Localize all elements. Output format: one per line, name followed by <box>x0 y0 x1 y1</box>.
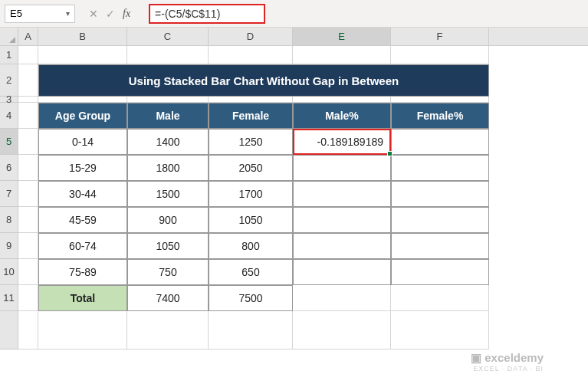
cell-malep[interactable] <box>293 259 391 285</box>
cell[interactable] <box>18 129 38 155</box>
name-box[interactable]: E5 ▾ <box>5 5 75 23</box>
cell-femalep[interactable] <box>391 155 489 181</box>
row-header-7[interactable]: 7 <box>0 181 18 207</box>
col-header-d[interactable]: D <box>209 28 293 46</box>
row-header-1[interactable]: 1 <box>0 46 18 64</box>
cell[interactable] <box>391 97 489 103</box>
cell[interactable] <box>391 285 489 311</box>
name-box-value: E5 <box>10 8 22 19</box>
cell[interactable] <box>18 233 38 259</box>
cell[interactable] <box>18 181 38 207</box>
row-header-2[interactable]: 2 <box>0 64 18 97</box>
cell-age[interactable]: 15-29 <box>38 155 127 181</box>
cell-femalep[interactable] <box>391 207 489 233</box>
cancel-icon[interactable]: ✕ <box>89 8 98 20</box>
cell[interactable] <box>18 46 38 64</box>
select-all-corner[interactable] <box>0 28 18 46</box>
cell[interactable] <box>293 285 391 311</box>
cell[interactable] <box>18 285 38 311</box>
cell-age[interactable]: 75-89 <box>38 259 127 285</box>
fill-handle[interactable] <box>387 151 393 156</box>
cell[interactable] <box>209 311 293 350</box>
cell-femalep[interactable] <box>391 181 489 207</box>
cell[interactable] <box>293 311 391 350</box>
total-label[interactable]: Total <box>38 285 127 311</box>
th-female[interactable]: Female <box>209 103 293 129</box>
row-header[interactable] <box>0 311 18 350</box>
cell-male[interactable]: 1400 <box>127 129 209 155</box>
col-header-b[interactable]: B <box>38 28 127 46</box>
confirm-icon[interactable]: ✓ <box>106 8 115 20</box>
col-header-e[interactable]: E <box>293 28 391 46</box>
cell-male[interactable]: 750 <box>127 259 209 285</box>
cell[interactable] <box>391 46 489 64</box>
cell-malep[interactable] <box>293 155 391 181</box>
cell[interactable] <box>127 311 209 350</box>
cell-age[interactable]: 60-74 <box>38 233 127 259</box>
chevron-down-icon: ▾ <box>66 9 70 18</box>
fx-icon[interactable]: fx <box>123 8 130 20</box>
row-header-3[interactable]: 3 <box>0 97 18 103</box>
cell[interactable] <box>18 64 38 97</box>
cell[interactable] <box>38 311 127 350</box>
cell-femalep[interactable] <box>391 259 489 285</box>
cell-male[interactable]: 1050 <box>127 233 209 259</box>
cell-female[interactable]: 1250 <box>209 129 293 155</box>
cell[interactable] <box>293 46 391 64</box>
cell-female[interactable]: 1700 <box>209 181 293 207</box>
cell[interactable] <box>18 155 38 181</box>
cell-malep: -0.189189189 <box>317 136 383 148</box>
total-female[interactable]: 7500 <box>209 285 293 311</box>
total-male[interactable]: 7400 <box>127 285 209 311</box>
row-header-8[interactable]: 8 <box>0 207 18 233</box>
cell-age[interactable]: 0-14 <box>38 129 127 155</box>
cell[interactable] <box>209 97 293 103</box>
cell[interactable] <box>18 97 38 103</box>
th-male[interactable]: Male <box>127 103 209 129</box>
cell-age[interactable]: 45-59 <box>38 207 127 233</box>
watermark: ▣ exceldemy EXCEL · DATA · BI <box>471 351 544 373</box>
row-header-4[interactable]: 4 <box>0 103 18 129</box>
cell[interactable] <box>18 103 38 129</box>
row-header-10[interactable]: 10 <box>0 259 18 285</box>
cell[interactable] <box>127 46 209 64</box>
cell[interactable] <box>209 46 293 64</box>
cell[interactable] <box>18 259 38 285</box>
row-header-6[interactable]: 6 <box>0 155 18 181</box>
cell-malep[interactable] <box>293 207 391 233</box>
formula-text: =-(C5/$C$11) <box>155 8 220 20</box>
cell-male[interactable]: 1500 <box>127 181 209 207</box>
formula-bar[interactable]: =-(C5/$C$11) <box>149 4 265 24</box>
cell-femalep[interactable] <box>391 233 489 259</box>
row-header-5[interactable]: 5 <box>0 129 18 155</box>
cell-male[interactable]: 900 <box>127 207 209 233</box>
cell-female[interactable]: 2050 <box>209 155 293 181</box>
col-header-c[interactable]: C <box>127 28 209 46</box>
th-malep[interactable]: Male% <box>293 103 391 129</box>
cell[interactable] <box>391 311 489 350</box>
cell[interactable] <box>127 97 209 103</box>
cell-female[interactable]: 650 <box>209 259 293 285</box>
row-header-11[interactable]: 11 <box>0 285 18 311</box>
cell[interactable] <box>38 46 127 64</box>
cell-female[interactable]: 1050 <box>209 207 293 233</box>
col-header-a[interactable]: A <box>18 28 38 46</box>
cell-male[interactable]: 1800 <box>127 155 209 181</box>
row-header-9[interactable]: 9 <box>0 233 18 259</box>
cell-age[interactable]: 30-44 <box>38 181 127 207</box>
cell-female[interactable]: 800 <box>209 233 293 259</box>
th-femalep[interactable]: Female% <box>391 103 489 129</box>
cell[interactable] <box>38 97 127 103</box>
cell[interactable] <box>18 207 38 233</box>
cell[interactable] <box>18 311 38 350</box>
th-age[interactable]: Age Group <box>38 103 127 129</box>
cell-malep[interactable] <box>293 181 391 207</box>
cell[interactable] <box>293 97 391 103</box>
col-header-f[interactable]: F <box>391 28 489 46</box>
cell-femalep[interactable] <box>391 129 489 155</box>
cell-malep[interactable] <box>293 233 391 259</box>
active-cell[interactable]: -0.189189189 <box>293 129 391 155</box>
page-title[interactable]: Using Stacked Bar Chart Without Gap in B… <box>38 64 489 97</box>
